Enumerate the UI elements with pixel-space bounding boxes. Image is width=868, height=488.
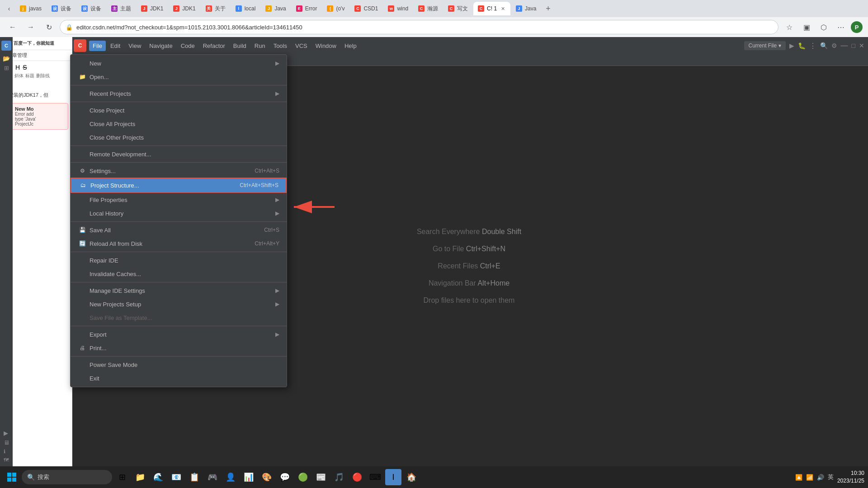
profile-avatar[interactable]: P	[851, 21, 863, 33]
menu-close-project[interactable]: Close Project	[71, 103, 287, 117]
sidebar-toggle[interactable]: ▣	[799, 20, 814, 34]
taskbar-mail[interactable]: 📧	[168, 469, 184, 485]
menu-run[interactable]: Run	[251, 41, 269, 51]
more-btn[interactable]: ···	[4, 81, 68, 86]
tray-lang-icon[interactable]: 英	[828, 473, 834, 481]
terminal-icon[interactable]: 🖥	[4, 439, 9, 446]
refresh-button[interactable]: ↻	[42, 20, 56, 34]
menu-code[interactable]: Code	[177, 41, 198, 51]
menu-invalidate[interactable]: Invalidate Caches...	[71, 267, 287, 281]
taskbar-photos[interactable]: 🎮	[204, 469, 221, 485]
menu-print[interactable]: 🖨 Print...	[71, 341, 287, 355]
tab-about[interactable]: 关 关于	[201, 2, 230, 15]
tab-close-active[interactable]: ✕	[500, 6, 506, 12]
map-icon[interactable]: 🗺	[4, 457, 9, 463]
layout-icon[interactable]: ⊞	[4, 65, 9, 71]
taskbar-search[interactable]: 🔍 搜索	[22, 470, 112, 484]
menu-manage-ide[interactable]: Manage IDE Settings ▶	[71, 284, 287, 297]
info-icon[interactable]: ℹ	[4, 449, 9, 455]
tab-java2[interactable]: J Java	[511, 2, 541, 15]
tab-error[interactable]: E Error	[292, 2, 322, 15]
tray-wifi-icon[interactable]: 📶	[806, 474, 813, 481]
tab-write[interactable]: C 写文	[443, 2, 472, 15]
tab-java[interactable]: J Java	[261, 2, 290, 15]
bookmark-button[interactable]: ☆	[782, 20, 797, 34]
taskbar-explorer[interactable]: 📁	[132, 469, 148, 485]
menu-edit[interactable]: Edit	[107, 41, 124, 51]
taskbar-news[interactable]: 📰	[313, 469, 329, 485]
menu-close-other[interactable]: Close Other Projects	[71, 131, 287, 144]
back-button[interactable]: ←	[5, 20, 20, 34]
tab-javas[interactable]: j javas	[15, 2, 46, 15]
menu-file-props[interactable]: File Properties ▶	[71, 193, 287, 206]
taskbar-notes[interactable]: 📋	[186, 469, 203, 485]
menu-reload[interactable]: 🔄 Reload All from Disk Ctrl+Alt+Y	[71, 237, 287, 250]
address-bar[interactable]: 🔒 editor.csdn.net/md?not_checkout=1&spm=…	[60, 20, 778, 34]
menu-remote[interactable]: Remote Development...	[71, 147, 287, 161]
taskbar-music[interactable]: 🎵	[331, 469, 347, 485]
tab-bar-back[interactable]: ‹	[4, 3, 14, 14]
tab-jdk1[interactable]: J JDK1	[137, 2, 168, 15]
taskbar-browser[interactable]: 🏠	[403, 469, 420, 485]
run-config-btn[interactable]: ▶	[789, 42, 794, 49]
menu-close-all[interactable]: Close All Projects	[71, 117, 287, 131]
taskbar-teams[interactable]: 👤	[222, 469, 239, 485]
search-ide-btn[interactable]: 🔍	[820, 42, 828, 49]
system-clock[interactable]: 10:30 2023/11/25	[837, 469, 864, 485]
tab-ov[interactable]: ( (o'v	[322, 2, 349, 15]
more-menu-btn[interactable]: ⋮	[809, 42, 816, 50]
taskbar-wechat[interactable]: 💬	[277, 469, 293, 485]
ide-close-btn[interactable]: ✕	[859, 42, 864, 49]
minimize-btn[interactable]: —	[841, 42, 848, 50]
taskbar-paint[interactable]: 🎨	[259, 469, 275, 485]
menu-navigate[interactable]: Navigate	[146, 41, 176, 51]
menu-open[interactable]: 📁 Open...	[71, 70, 287, 84]
tab-theme[interactable]: 主 主题	[107, 2, 136, 15]
new-tab-button[interactable]: +	[542, 2, 554, 15]
strikethrough-btn[interactable]: S	[23, 64, 27, 71]
maximize-btn[interactable]: □	[852, 42, 855, 49]
taskbar-edge[interactable]: 🌊	[150, 469, 166, 485]
taskbar-type[interactable]: ⌨	[367, 469, 383, 485]
menu-vcs[interactable]: VCS	[292, 41, 311, 51]
menu-new[interactable]: New ▶	[71, 56, 287, 70]
taskbar-green[interactable]: 🟢	[295, 469, 311, 485]
settings-ide-btn[interactable]: ⚙	[831, 42, 837, 49]
tab-active[interactable]: C C! 1 ✕	[473, 2, 510, 15]
menu-local-history[interactable]: Local History ▶	[71, 206, 287, 220]
menu-export[interactable]: Export ▶	[71, 328, 287, 341]
tab-jdk2[interactable]: J JDK1	[169, 2, 200, 15]
taskbar-task-view[interactable]: ⊞	[114, 469, 130, 485]
tab-wind[interactable]: w wind	[383, 2, 413, 15]
menu-save-all[interactable]: 💾 Save All Ctrl+S	[71, 223, 287, 237]
tray-volume-icon[interactable]: 🔊	[817, 474, 824, 481]
extensions-button[interactable]: ⬡	[816, 20, 831, 34]
menu-repair[interactable]: Repair IDE	[71, 253, 287, 267]
tab-hanyuan[interactable]: C 瀚源	[414, 2, 443, 15]
tab-local[interactable]: l local	[231, 2, 260, 15]
tab-csd[interactable]: C CSD1	[350, 2, 382, 15]
menu-exit[interactable]: Exit	[71, 371, 287, 385]
start-button[interactable]	[4, 469, 20, 485]
menu-view[interactable]: View	[125, 41, 145, 51]
taskbar-red[interactable]: 🔴	[349, 469, 365, 485]
menu-new-projects-setup[interactable]: New Projects Setup ▶	[71, 297, 287, 311]
taskbar-ide[interactable]: I	[385, 469, 401, 485]
menu-recent-projects[interactable]: Recent Projects ▶	[71, 87, 287, 100]
current-file-btn[interactable]: Current File ▾	[744, 41, 786, 50]
menu-build[interactable]: Build	[230, 41, 250, 51]
menu-window[interactable]: Window	[312, 41, 340, 51]
menu-settings[interactable]: ⚙ Settings... Ctrl+Alt+S	[71, 164, 287, 178]
run-panel-icon[interactable]: ▶	[4, 430, 9, 436]
settings-button[interactable]: ⋯	[834, 20, 848, 34]
menu-project-structure[interactable]: 🗂 Project Structure... Ctrl+Alt+Shift+S	[71, 178, 287, 193]
taskbar-excel[interactable]: 📊	[241, 469, 257, 485]
tray-up-icon[interactable]: 🔼	[795, 474, 802, 481]
menu-power-save[interactable]: Power Save Mode	[71, 358, 287, 371]
tab-settings2[interactable]: 设 设备	[77, 2, 106, 15]
forward-button[interactable]: →	[24, 20, 38, 34]
folder-panel-icon[interactable]: 📂	[3, 55, 10, 62]
menu-file[interactable]: File	[89, 41, 106, 51]
menu-tools[interactable]: Tools	[270, 41, 291, 51]
heading-btn[interactable]: H	[15, 64, 20, 71]
